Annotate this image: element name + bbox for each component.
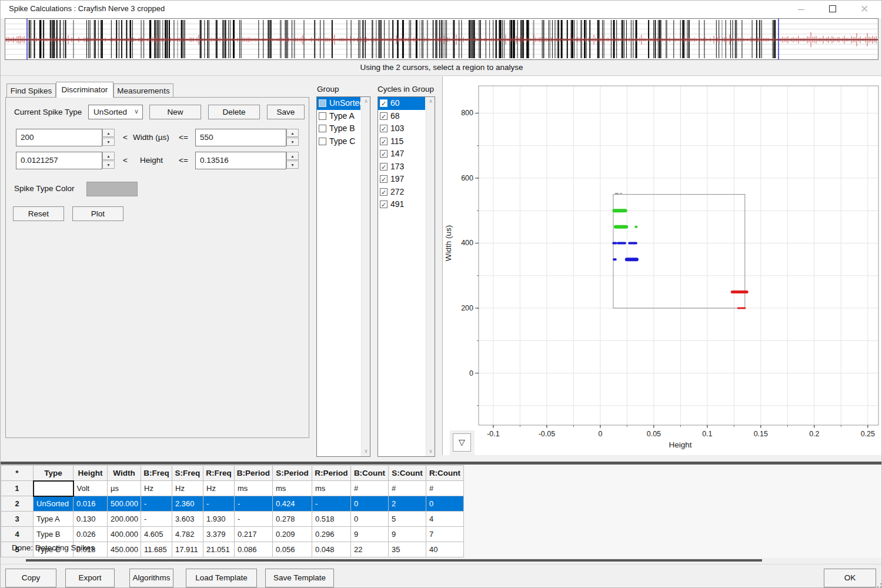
edit-cell[interactable] [34,481,74,496]
table-cell[interactable]: 0.217 [235,527,273,542]
checkbox-icon[interactable]: ✓ [380,138,387,145]
scrollbar[interactable]: ∧∨ [361,97,370,456]
table-cell[interactable]: UnSorted [34,496,74,512]
checkbox-icon[interactable]: ✓ [380,201,387,208]
table-row[interactable]: 1VoltµsHzHzHzmsmsms### [1,481,464,496]
table-cell[interactable]: ms [273,481,312,496]
checkbox-icon[interactable] [319,112,326,120]
cycles-in-group-list[interactable]: ✓60✓68✓103✓115✓147✓173✓197✓272✓491∧∨ [377,96,435,457]
table-cell[interactable]: Hz [141,481,172,496]
new-button[interactable]: New [149,105,201,119]
spinner-up-icon[interactable]: ▲ [286,152,299,160]
table-cell[interactable]: 7 [426,527,464,542]
splitter-bottom[interactable] [26,559,762,562]
list-item-type-b[interactable]: Type B [317,122,360,135]
table-cell[interactable]: 9 [389,527,426,542]
table-cell[interactable]: Hz [172,481,203,496]
scroll-down-icon[interactable]: ∨ [426,447,435,456]
checkbox-icon[interactable]: ✓ [380,112,387,120]
table-cell[interactable]: 200.000 [108,512,141,527]
row-number[interactable]: 2 [1,496,34,512]
list-item-type-a[interactable]: Type A [317,110,360,123]
table-cell[interactable]: 0 [426,496,464,512]
table-cell[interactable]: 40 [426,542,464,557]
ok-button[interactable]: OK [824,569,876,587]
table-row[interactable]: 4Type B0.026400.0004.6054.7823.3790.2170… [1,527,464,542]
table-row[interactable]: 3Type A0.130200.000-3.6031.930-0.2780.51… [1,512,464,527]
table-cell[interactable]: # [389,481,426,496]
group-list[interactable]: UnSortedType AType BType C∧∨ [316,96,370,457]
table-cell[interactable]: 3.603 [172,512,203,527]
spinner-down-icon[interactable]: ▼ [102,138,115,146]
selection-rectangle[interactable] [613,195,745,308]
waveform-strip[interactable] [5,18,878,60]
table-cell[interactable]: 0.048 [312,542,351,557]
table-cell[interactable]: ms [312,481,351,496]
table-cell[interactable]: - [312,496,351,512]
spinner-up-icon[interactable]: ▲ [286,129,299,137]
table-cell[interactable]: ms [235,481,273,496]
table-cell[interactable]: # [426,481,464,496]
resize-grip[interactable] [874,580,881,587]
reset-button[interactable]: Reset [13,206,64,221]
spinner-down-icon[interactable]: ▼ [286,161,299,169]
minimize-button[interactable] [787,1,814,18]
checkbox-icon[interactable]: ✓ [380,175,387,183]
list-item-60[interactable]: ✓60 [378,97,425,110]
checkbox-icon[interactable] [319,138,326,145]
table-cell[interactable]: 1.930 [203,512,235,527]
table-cell[interactable]: 2.360 [172,496,203,512]
save-button[interactable]: Save [267,105,305,119]
height-min-spinner[interactable]: ▲▼ [102,152,115,169]
table-cell[interactable]: 0.056 [273,542,312,557]
list-item-115[interactable]: ✓115 [378,135,425,148]
table-cell[interactable]: 4.782 [172,527,203,542]
tab-measurements[interactable]: Measurements [113,83,173,98]
list-item-197[interactable]: ✓197 [378,173,425,186]
table-cell[interactable]: 22 [351,542,389,557]
copy-button[interactable]: Copy [5,569,56,587]
width-max-spinner[interactable]: ▲▼ [286,129,299,146]
table-cell[interactable]: 2 [389,496,426,512]
table-cell[interactable]: 0.424 [273,496,312,512]
table-cell[interactable]: 4 [426,512,464,527]
table-cell[interactable]: - [235,496,273,512]
scrollbar[interactable]: ∧∨ [426,97,435,456]
collapse-plot-button[interactable]: ▽ [453,433,471,452]
table-cell[interactable]: 17.911 [172,542,203,557]
table-cell[interactable]: 0.130 [74,512,108,527]
table-cell[interactable]: 0.016 [74,496,108,512]
table-cell[interactable]: 0 [351,512,389,527]
table-cell[interactable]: 9 [351,527,389,542]
width-max-input[interactable]: 550 [195,129,286,146]
table-cell[interactable]: # [351,481,389,496]
spinner-down-icon[interactable]: ▼ [102,161,115,169]
table-cell[interactable]: 0.086 [235,542,273,557]
table-cell[interactable]: 0.209 [273,527,312,542]
table-cell[interactable]: - [235,512,273,527]
table-cell[interactable]: Type B [34,527,74,542]
table-row[interactable]: 2UnSorted0.016500.000-2.360--0.424-020 [1,496,464,512]
checkbox-icon[interactable] [319,99,326,107]
scroll-down-icon[interactable]: ∨ [362,447,370,456]
splitter-top[interactable] [1,462,882,465]
row-number[interactable]: 3 [1,512,34,527]
table-cell[interactable]: Volt [74,481,108,496]
width-min-spinner[interactable]: ▲▼ [102,129,115,146]
algorithms-button[interactable]: Algorithms [129,569,173,587]
close-button[interactable]: ✕ [851,1,878,18]
list-item-272[interactable]: ✓272 [378,186,425,199]
table-cell[interactable]: 0.296 [312,527,351,542]
row-number[interactable]: 4 [1,527,34,542]
spinner-up-icon[interactable]: ▲ [102,152,115,160]
tab-discriminator[interactable]: Discriminator [56,82,113,98]
spinner-down-icon[interactable]: ▼ [286,138,299,146]
maximize-button[interactable] [819,1,846,18]
scatter-plot[interactable]: -0.1-0.0500.050.10.150.20.25020040060080… [443,76,882,455]
table-cell[interactable]: µs [108,481,141,496]
scroll-up-icon[interactable]: ∧ [362,97,370,106]
checkbox-icon[interactable] [319,125,326,132]
scroll-up-icon[interactable]: ∧ [426,97,435,106]
checkbox-icon[interactable]: ✓ [380,188,387,196]
table-cell[interactable]: 450.000 [108,542,141,557]
